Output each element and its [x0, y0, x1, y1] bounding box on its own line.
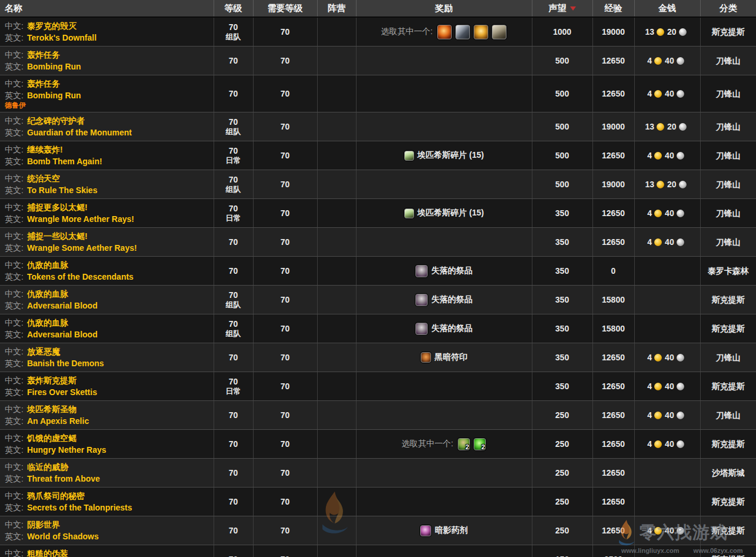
quest-link-en[interactable]: Adversarial Blood	[27, 301, 98, 310]
gold-amount: 4	[647, 526, 652, 535]
quest-link-en[interactable]: Bombing Run	[27, 62, 81, 71]
quest-link-cn[interactable]: 埃匹希斯圣物	[27, 405, 76, 414]
quest-link-en[interactable]: Hungry Nether Rays	[27, 445, 106, 455]
experience-value: 12650	[602, 353, 625, 362]
reputation-value: 350	[555, 353, 569, 362]
quest-link-cn[interactable]: 阴影世界	[27, 520, 60, 529]
quest-link-en[interactable]: Bombing Run	[27, 91, 81, 100]
column-header-money[interactable]: 金钱	[634, 0, 700, 17]
quest-link-en[interactable]: Wrangle Some Aether Rays!	[27, 243, 137, 253]
column-header-name[interactable]: 名称	[0, 0, 214, 17]
quest-link-cn[interactable]: 临近的威胁	[27, 462, 68, 472]
required-level-cell: 70	[253, 314, 317, 343]
experience-cell: 15800	[592, 314, 634, 343]
column-header-experience[interactable]: 经验	[592, 0, 634, 17]
quest-name-line-cn: 中文:放逐恶魔	[5, 346, 210, 357]
quest-row: 中文:继续轰炸!英文:Bomb Them Again!70日常70埃匹希斯碎片 …	[0, 141, 756, 170]
experience-value: 0	[611, 266, 616, 276]
language-label: 中文:	[5, 318, 24, 327]
quest-link-en[interactable]: Wrangle More Aether Rays!	[27, 214, 134, 224]
quest-link-cn[interactable]: 泰罗克的毁灭	[27, 21, 76, 31]
shadow-potion-icon[interactable]	[420, 525, 431, 536]
apexis-shard-icon[interactable]	[404, 208, 414, 218]
quest-link-en[interactable]: Tokens of the Descendants	[27, 272, 134, 281]
quest-link-en[interactable]: An Apexis Relic	[27, 416, 89, 426]
fiery-mace-icon[interactable]	[437, 25, 452, 39]
quest-link-en[interactable]: To Rule The Skies	[27, 185, 98, 195]
apexis-shard-icon[interactable]	[404, 151, 414, 161]
quest-link-cn[interactable]: 继续轰炸!	[27, 145, 63, 154]
reward-content: 选取其中一个:	[381, 25, 507, 39]
quest-link-cn[interactable]: 仇敌的血脉	[27, 289, 68, 299]
quest-link-en[interactable]: Banish the Demons	[27, 359, 104, 368]
item-count-badge: 2	[465, 443, 469, 450]
column-header-reputation[interactable]: 声望	[532, 0, 592, 17]
quest-row: 中文:捕捉一些以太鳐!英文:Wrangle Some Aether Rays!7…	[0, 228, 756, 257]
reward-item-link[interactable]: 埃匹希斯碎片 (15)	[418, 208, 484, 218]
reward-cell	[356, 459, 532, 488]
required-level-cell: 70	[253, 112, 317, 141]
quest-row: 中文:轰炸任务英文:Bombing Run707050012650440刀锋山	[0, 47, 756, 75]
column-header-level[interactable]: 等级	[214, 0, 253, 17]
quest-link-cn[interactable]: 捕捉更多以太鳐!	[27, 203, 88, 212]
quest-name-cell: 中文:埃匹希斯圣物英文:An Apexis Relic	[0, 401, 214, 430]
green-vial-icon[interactable]: 2	[474, 438, 486, 450]
quest-link-cn[interactable]: 轰炸斯克提斯	[27, 376, 76, 385]
reward-item-link[interactable]: 失落的祭品	[431, 323, 472, 334]
lost-offering-icon[interactable]	[415, 265, 428, 277]
money-cell: 1320	[634, 17, 700, 47]
column-header-required-level[interactable]: 需要等级	[253, 0, 317, 17]
column-header-category[interactable]: 分类	[700, 0, 756, 17]
quest-link-cn[interactable]: 捕捉一些以太鳐!	[27, 231, 88, 241]
gold-coin-icon	[654, 90, 662, 98]
quest-link-cn[interactable]: 粗糙的伪装	[27, 549, 68, 557]
level-cell: 70	[214, 257, 253, 286]
spear-icon[interactable]	[492, 25, 507, 39]
quest-link-en[interactable]: Adversarial Blood	[27, 330, 98, 339]
quest-link-cn[interactable]: 仇敌的血脉	[27, 260, 68, 270]
quest-link-cn[interactable]: 轰炸任务	[27, 50, 60, 59]
quest-link-en[interactable]: Terokk's Downfall	[27, 33, 96, 42]
quest-link-en[interactable]: World of Shadows	[27, 532, 99, 541]
dagger-icon[interactable]	[455, 25, 470, 39]
quest-link-en[interactable]: Secrets of the Talonpriests	[27, 503, 132, 512]
green-potion-icon[interactable]: 2	[458, 438, 470, 450]
quest-link-cn[interactable]: 轰炸任务	[27, 79, 60, 88]
category-cell: 刀锋山	[700, 401, 756, 430]
quest-link-en[interactable]: Threat from Above	[27, 474, 100, 483]
dark-sigil-icon[interactable]	[421, 352, 431, 363]
class-restriction-label: 德鲁伊	[5, 101, 210, 110]
column-header-reward[interactable]: 奖励	[356, 0, 532, 17]
level-value: 70	[214, 319, 253, 329]
lost-offering-icon[interactable]	[415, 323, 428, 335]
language-label: 英文:	[5, 185, 24, 195]
reward-item-link[interactable]: 失落的祭品	[431, 266, 472, 276]
category-label: 刀锋山	[716, 89, 741, 98]
column-header-faction[interactable]: 阵营	[317, 0, 356, 17]
quest-link-en[interactable]: Bomb Them Again!	[27, 157, 102, 166]
silver-amount: 40	[665, 353, 674, 362]
quest-link-cn[interactable]: 纪念碑的守护者	[27, 116, 85, 125]
quest-link-cn[interactable]: 饥饿的虚空鳐	[27, 433, 76, 443]
quest-link-en[interactable]: Fires Over Skettis	[27, 387, 97, 397]
required-level-cell: 70	[253, 488, 317, 516]
category-label: 刀锋山	[716, 410, 741, 420]
quest-link-cn[interactable]: 仇敌的血脉	[27, 318, 68, 327]
quest-name-line-en: 英文:Banish the Demons	[5, 357, 210, 369]
required-level-value: 70	[281, 266, 290, 276]
required-level-value: 70	[281, 353, 290, 362]
golden-shield-icon[interactable]	[474, 25, 488, 39]
reward-item-link[interactable]: 埃匹希斯碎片 (15)	[418, 150, 484, 161]
quest-table-body: 中文:泰罗克的毁灭英文:Terokk's Downfall70组队70选取其中一…	[0, 17, 756, 557]
quest-link-cn[interactable]: 放逐恶魔	[27, 347, 60, 356]
reputation-value: 250	[555, 526, 569, 535]
quest-link-en[interactable]: Guardian of the Monument	[27, 128, 132, 137]
quest-link-cn[interactable]: 鸦爪祭司的秘密	[27, 491, 85, 500]
language-label: 英文:	[5, 532, 24, 541]
reputation-cell: 250	[532, 459, 592, 488]
reward-item-link[interactable]: 暗影药剂	[435, 525, 468, 536]
quest-link-cn[interactable]: 统治天空	[27, 174, 60, 183]
reward-item-link[interactable]: 失落的祭品	[431, 294, 472, 305]
reward-item-link[interactable]: 黑暗符印	[435, 352, 468, 363]
lost-offering-icon[interactable]	[415, 294, 428, 306]
